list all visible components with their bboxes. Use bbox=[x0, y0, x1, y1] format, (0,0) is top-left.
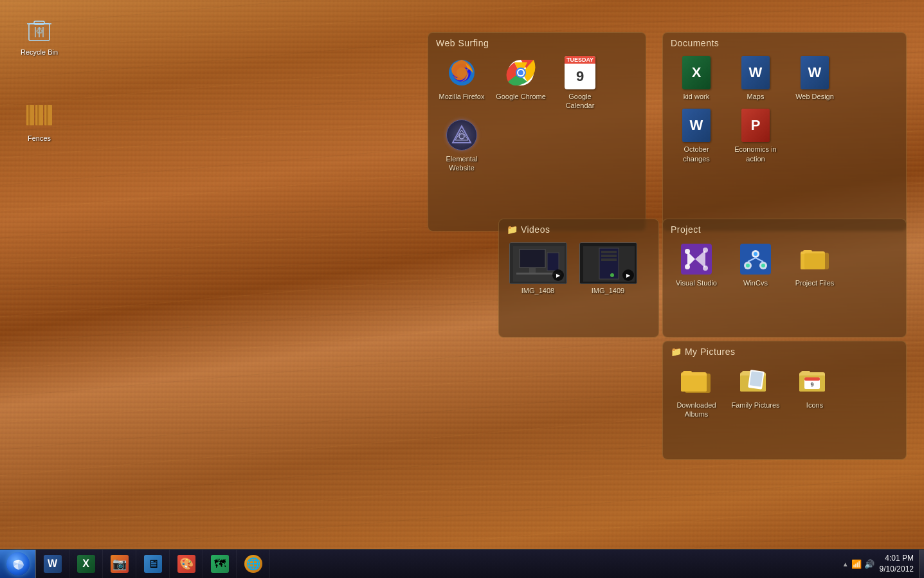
taskbar-settings[interactable]: 🖥 bbox=[136, 550, 170, 579]
svg-point-50 bbox=[754, 252, 757, 256]
svg-rect-59 bbox=[681, 375, 707, 392]
elemental-label: Elemental Website bbox=[436, 154, 487, 173]
svg-rect-26 bbox=[520, 249, 545, 267]
taskbar-items: W X 📷 🖥 🎨 🗺 bbox=[36, 550, 837, 578]
fence-item-img1408[interactable]: ▶ IMG_1408 bbox=[504, 240, 572, 297]
fence-documents-content: X kid work W Maps W Web Design bbox=[663, 51, 906, 171]
family-label: Family Pictures bbox=[731, 401, 779, 410]
fences-label: Fences bbox=[26, 133, 53, 143]
fence-my-pictures: 📁 My Pictures Downloaded Albums bbox=[662, 341, 907, 460]
kidwork-label: kid work bbox=[684, 92, 709, 101]
svg-point-42 bbox=[703, 248, 708, 253]
fence-item-elemental[interactable]: Elemental Website bbox=[433, 116, 490, 176]
show-desktop-button[interactable] bbox=[919, 550, 924, 579]
economics-label: Economics in action bbox=[730, 145, 781, 163]
svg-rect-27 bbox=[529, 267, 536, 273]
tray-expand-arrow[interactable]: ▲ bbox=[842, 561, 849, 568]
svg-rect-63 bbox=[742, 371, 751, 375]
svg-rect-70 bbox=[804, 377, 820, 381]
play-btn-1409[interactable]: ▶ bbox=[622, 269, 634, 281]
svg-rect-56 bbox=[804, 253, 829, 269]
fence-item-img1409[interactable]: ▶ IMG_1409 bbox=[574, 240, 642, 297]
svg-rect-65 bbox=[750, 371, 763, 386]
img1408-label: IMG_1408 bbox=[521, 287, 554, 294]
calendar-day: 9 bbox=[565, 64, 595, 89]
fence-item-kidwork[interactable]: X kid work bbox=[668, 53, 725, 104]
svg-rect-34 bbox=[601, 255, 617, 257]
svg-point-51 bbox=[746, 264, 750, 267]
recycle-bin-icon[interactable]: ♻ Recycle Bin bbox=[14, 14, 65, 57]
calendar-label: Google Calendar bbox=[554, 92, 606, 111]
system-tray: ▲ 📶 🔊 bbox=[837, 559, 880, 569]
tray-icon-volume[interactable]: 🔊 bbox=[864, 559, 874, 569]
icons-label: Icons bbox=[806, 401, 823, 410]
vs-label: Visual Studio bbox=[676, 278, 717, 287]
fence-item-wincvs[interactable]: WinCvs bbox=[727, 240, 784, 290]
svg-rect-68 bbox=[801, 371, 810, 375]
svg-point-41 bbox=[685, 264, 690, 269]
svg-text:9: 9 bbox=[810, 381, 813, 388]
svg-point-36 bbox=[610, 273, 614, 277]
fence-project-content: Visual Studio bbox=[663, 237, 906, 295]
fence-item-maps[interactable]: W Maps bbox=[727, 53, 784, 104]
svg-point-20 bbox=[518, 70, 523, 75]
taskbar-maps[interactable]: 🗺 bbox=[203, 550, 237, 579]
fence-web-surfing-content: Mozilla Firefox bbox=[428, 51, 646, 180]
fence-videos: 📁 Videos ▶ IM bbox=[498, 219, 659, 338]
firefox-label: Mozilla Firefox bbox=[439, 92, 485, 101]
fence-item-october[interactable]: W October changes bbox=[668, 106, 725, 166]
svg-rect-29 bbox=[547, 253, 559, 271]
clock-display[interactable]: 4:01 PM 9/10/2012 bbox=[880, 553, 919, 575]
taskbar-excel[interactable]: X bbox=[69, 550, 103, 579]
svg-rect-8 bbox=[28, 105, 30, 125]
fence-my-pictures-content: Downloaded Albums Family Pictures bbox=[663, 359, 906, 427]
fence-item-vs[interactable]: Visual Studio bbox=[668, 240, 725, 290]
fence-project-title: Project bbox=[663, 219, 906, 237]
fence-my-pictures-title: 📁 My Pictures bbox=[663, 341, 906, 359]
projfiles-label: Project Files bbox=[795, 278, 835, 287]
fence-web-surfing-title: Web Surfing bbox=[428, 33, 646, 51]
fence-videos-content: ▶ IMG_1408 ▶ bbox=[499, 237, 658, 302]
fence-item-firefox[interactable]: Mozilla Firefox bbox=[433, 53, 490, 113]
svg-rect-44 bbox=[740, 244, 771, 275]
svg-rect-33 bbox=[601, 251, 617, 253]
fence-web-surfing: Web Surfing Mozilla Firefox bbox=[428, 32, 646, 231]
svg-rect-12 bbox=[46, 105, 48, 125]
fence-documents-title: Documents bbox=[663, 33, 906, 51]
clock-time: 4:01 PM bbox=[880, 553, 914, 564]
chrome-label: Google Chrome bbox=[496, 92, 546, 101]
fence-item-family[interactable]: Family Pictures bbox=[727, 362, 784, 422]
clock-date: 9/10/2012 bbox=[880, 564, 914, 575]
desktop: ♻ Recycle Bin Fences Web Surfing bbox=[0, 0, 924, 578]
fence-item-downloaded[interactable]: Downloaded Albums bbox=[668, 362, 725, 422]
downloaded-label: Downloaded Albums bbox=[671, 401, 722, 419]
start-button[interactable] bbox=[0, 550, 36, 579]
fence-item-economics[interactable]: P Economics in action bbox=[727, 106, 784, 166]
fence-item-projfiles[interactable]: Project Files bbox=[786, 240, 843, 290]
img1409-label: IMG_1409 bbox=[592, 287, 624, 294]
svg-point-40 bbox=[685, 249, 690, 254]
fence-item-webdesign[interactable]: W Web Design bbox=[786, 53, 843, 104]
tray-icon-network: 📶 bbox=[851, 559, 862, 569]
svg-point-43 bbox=[703, 266, 708, 271]
start-orb bbox=[6, 552, 30, 575]
webdesign-label: Web Design bbox=[795, 92, 834, 101]
fence-item-calendar[interactable]: Tuesday 9 Google Calendar bbox=[552, 53, 608, 113]
play-btn-1408[interactable]: ▶ bbox=[552, 269, 564, 281]
svg-rect-35 bbox=[601, 258, 617, 261]
wincvs-label: WinCvs bbox=[743, 278, 768, 287]
calendar-weekday: Tuesday bbox=[565, 56, 595, 64]
taskbar: W X 📷 🖥 🎨 🗺 bbox=[0, 549, 924, 578]
taskbar-photos[interactable]: 📷 bbox=[103, 550, 136, 579]
fences-desktop-icon[interactable]: Fences bbox=[14, 100, 65, 143]
maps-label: Maps bbox=[747, 92, 765, 101]
taskbar-browser[interactable]: 🌐 bbox=[237, 550, 270, 579]
taskbar-paint[interactable]: 🎨 bbox=[170, 550, 203, 579]
fence-documents: Documents X kid work W Maps W bbox=[662, 32, 907, 231]
october-label: October changes bbox=[671, 145, 722, 163]
fence-videos-title: 📁 Videos bbox=[499, 219, 658, 237]
svg-rect-10 bbox=[37, 105, 39, 125]
taskbar-word[interactable]: W bbox=[36, 550, 69, 579]
fence-item-icons[interactable]: 9 Icons bbox=[786, 362, 843, 422]
fence-item-chrome[interactable]: Google Chrome bbox=[493, 53, 549, 113]
